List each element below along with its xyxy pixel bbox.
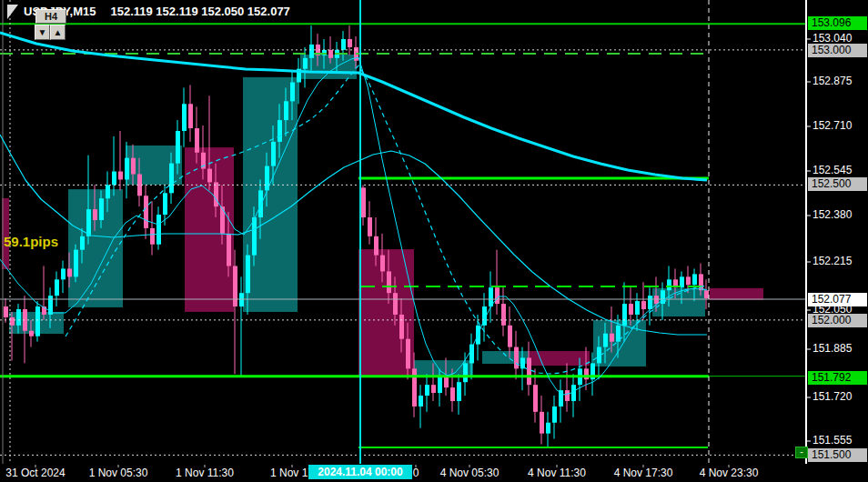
candle-body	[610, 334, 614, 342]
price-label: 151.500	[808, 448, 867, 462]
zone-maroon	[710, 288, 763, 300]
candle-body	[692, 274, 697, 285]
candle-body	[361, 187, 366, 217]
candle-body	[258, 190, 263, 217]
candle-body	[457, 382, 461, 401]
price-label: 152.875	[812, 75, 852, 88]
candle-body	[438, 377, 442, 393]
price-label: 152.215	[812, 255, 852, 268]
timeframe-up-button[interactable]: ▲	[50, 25, 66, 40]
candle-body	[425, 385, 429, 396]
candle-body	[501, 304, 506, 326]
candle-body	[163, 193, 167, 215]
candle-body	[514, 347, 519, 369]
time-label: 1 Nov 05:30	[89, 467, 148, 479]
price-label: 151.885	[812, 342, 852, 356]
candle-body	[380, 256, 385, 272]
candle-body	[227, 234, 231, 266]
candle-body	[188, 104, 193, 128]
candle-body	[93, 209, 97, 220]
price-label: 152.380	[812, 208, 852, 222]
price-label: 151.555	[812, 434, 852, 447]
zone-teal	[68, 189, 123, 307]
price-label: 152.500	[808, 177, 867, 191]
time-label: 4 Nov 23:30	[700, 467, 759, 479]
candle-body	[207, 169, 212, 183]
candle-body	[55, 279, 59, 296]
candle-body	[29, 331, 34, 336]
candle-body	[368, 217, 372, 236]
candle-body	[303, 58, 308, 69]
candle-body	[686, 276, 691, 285]
candle-body	[35, 306, 40, 336]
price-label: 153.000	[808, 44, 867, 57]
candle-body	[106, 185, 110, 198]
candle-body	[233, 266, 237, 306]
price-label: 152.710	[812, 119, 852, 133]
price-label: 152.077	[808, 293, 867, 306]
candle-body	[629, 304, 633, 315]
candle-body	[284, 101, 288, 120]
candle-body	[118, 172, 123, 180]
price-label: 151.720	[812, 390, 852, 404]
price-label: 153.096	[808, 16, 867, 30]
time-axis[interactable]: 2024.11.04 00:00 31 Oct 20241 Nov 05:301…	[0, 464, 868, 482]
candle-body	[271, 142, 276, 166]
candle-body	[533, 385, 538, 412]
candle-body	[10, 317, 15, 326]
zone-maroon	[358, 249, 414, 376]
candle-body	[348, 39, 352, 47]
candle-body	[546, 423, 550, 434]
candle-body	[61, 268, 66, 279]
candle-body	[648, 296, 652, 309]
candle-body	[431, 385, 436, 393]
candle-body	[16, 309, 21, 326]
candle-body	[635, 301, 640, 315]
mt4-chart-window: USDJPY,M15152.119 152.119 152.050 152.07…	[0, 0, 868, 482]
price-label: 151.792	[808, 371, 867, 385]
pips-measure-label: 59.1pips	[4, 234, 58, 249]
time-label: 31 Oct 2024	[5, 467, 65, 479]
candle-body	[74, 250, 78, 277]
candle-body	[156, 215, 161, 245]
collapse-button[interactable]: -	[795, 447, 808, 458]
candle-body	[125, 158, 129, 180]
candle-body	[622, 304, 627, 326]
timeframe-down-button[interactable]: ▼	[35, 25, 50, 40]
price-label: 152.545	[812, 164, 852, 177]
candle-body	[565, 390, 570, 401]
time-label: 0	[413, 467, 419, 479]
price-axis[interactable]: 153.096153.040153.000152.875152.710152.5…	[806, 0, 868, 464]
timeframe-panel: H4 ▼ ▲	[35, 9, 67, 40]
candle-body	[603, 334, 608, 347]
time-label: 4 Nov 05:30	[440, 467, 500, 479]
candle-body	[169, 164, 174, 194]
candle-body	[444, 377, 449, 387]
chart-canvas[interactable]	[0, 0, 868, 482]
timeframe-button[interactable]: H4	[35, 9, 66, 24]
candle-body	[540, 412, 544, 434]
candle-body	[508, 326, 512, 347]
candle-body	[667, 279, 671, 290]
candle-body	[144, 196, 148, 228]
candle-body	[463, 363, 468, 382]
candle-body	[704, 290, 709, 298]
candle-body	[131, 158, 136, 175]
candle-body	[584, 368, 589, 379]
candle-body	[341, 39, 346, 50]
price-label: 152.000	[808, 314, 867, 327]
candle-body	[450, 387, 455, 401]
candle-body	[419, 396, 423, 407]
candle-body	[374, 236, 378, 256]
candle-body	[527, 357, 531, 385]
candle-body	[86, 209, 91, 236]
candle-body	[239, 293, 244, 306]
time-label: 4 Nov 11:30	[528, 467, 586, 479]
candle-body	[4, 306, 8, 317]
candle-body	[290, 83, 295, 102]
candle-body	[195, 128, 199, 153]
candle-body	[387, 271, 391, 293]
candle-body	[393, 293, 398, 315]
chart-marker-icon	[7, 5, 18, 19]
candle-body	[654, 296, 659, 304]
